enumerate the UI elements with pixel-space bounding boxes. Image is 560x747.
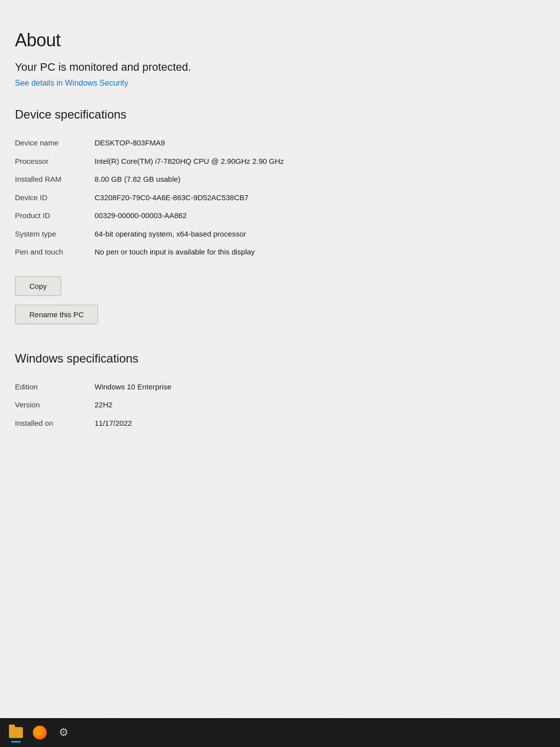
spec-label: Product ID: [15, 207, 95, 225]
spec-label: Version: [15, 396, 95, 414]
spec-value: DESKTOP-803FMA9: [95, 134, 428, 152]
spec-label: Pen and touch: [15, 243, 95, 261]
windows-specs-title: Windows specifications: [15, 352, 428, 366]
windows-security-link[interactable]: See details in Windows Security: [15, 79, 428, 88]
spec-value: Windows 10 Enterprise: [95, 378, 428, 396]
table-row: Installed RAM 8.00 GB (7.82 GB usable): [15, 170, 428, 189]
spec-value: 8.00 GB (7.82 GB usable): [95, 170, 428, 189]
table-row: Edition Windows 10 Enterprise: [15, 378, 428, 396]
taskbar-icon-file-explorer[interactable]: [5, 722, 27, 744]
taskbar-icon-settings[interactable]: ⚙: [53, 722, 75, 744]
spec-value: C3208F20-79C0-4A6E-863C-9D52AC538CB7: [95, 189, 428, 207]
table-row: Pen and touch No pen or touch input is a…: [15, 243, 428, 261]
spec-label: Edition: [15, 378, 95, 396]
device-specs-table: Device name DESKTOP-803FMA9 Processor In…: [15, 134, 428, 261]
table-row: Device name DESKTOP-803FMA9: [15, 134, 428, 152]
table-row: Processor Intel(R) Core(TM) i7-7820HQ CP…: [15, 152, 428, 171]
spec-label: Device name: [15, 134, 95, 152]
copy-button[interactable]: Copy: [15, 276, 61, 296]
spec-value: No pen or touch input is available for t…: [95, 243, 428, 261]
page-title: About: [15, 30, 428, 51]
spec-value: Intel(R) Core(TM) i7-7820HQ CPU @ 2.90GH…: [95, 152, 428, 171]
spec-value: 00329-00000-00003-AA862: [95, 207, 428, 225]
spec-label: System type: [15, 225, 95, 244]
table-row: System type 64-bit operating system, x64…: [15, 225, 428, 244]
device-specs-title: Device specifications: [15, 108, 428, 122]
protection-status: Your PC is monitored and protected.: [15, 61, 428, 74]
main-content: About Your PC is monitored and protected…: [0, 0, 448, 460]
spec-label: Processor: [15, 152, 95, 171]
spec-value: 11/17/2022: [95, 414, 428, 433]
taskbar: ⚙: [0, 718, 560, 747]
spec-label: Installed RAM: [15, 170, 95, 189]
spec-label: Device ID: [15, 189, 95, 207]
table-row: Version 22H2: [15, 396, 428, 414]
spec-label: Installed on: [15, 414, 95, 433]
taskbar-icon-firefox[interactable]: [29, 722, 51, 744]
firefox-icon: [33, 726, 47, 740]
windows-specs-table: Edition Windows 10 Enterprise Version 22…: [15, 378, 428, 433]
spec-value: 22H2: [95, 396, 428, 414]
table-row: Installed on 11/17/2022: [15, 414, 428, 433]
table-row: Device ID C3208F20-79C0-4A6E-863C-9D52AC…: [15, 189, 428, 207]
rename-pc-button[interactable]: Rename this PC: [15, 305, 98, 324]
file-explorer-icon: [9, 727, 23, 738]
table-row: Product ID 00329-00000-00003-AA862: [15, 207, 428, 225]
gear-icon: ⚙: [57, 726, 70, 739]
spec-value: 64-bit operating system, x64-based proce…: [95, 225, 428, 244]
